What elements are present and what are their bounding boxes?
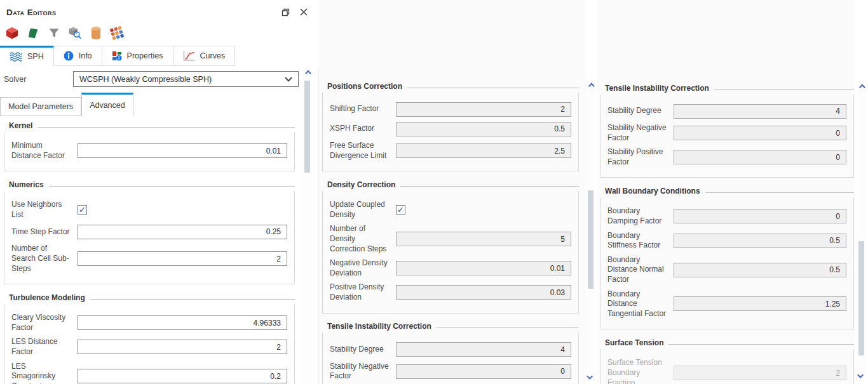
left-scrollbar[interactable] <box>302 67 312 384</box>
field-value: 2 <box>836 369 840 378</box>
section-tensile-instability-correction: Tensile Instability Correction Stability… <box>322 322 579 384</box>
right-scrollbar[interactable] <box>857 81 866 380</box>
stability-degree-input[interactable]: 4 <box>396 342 571 357</box>
field-label: Minimum Distance Factor <box>11 141 78 161</box>
section-rule <box>407 88 579 88</box>
field-label: Stability Negative Factor <box>330 362 396 381</box>
section-rule <box>668 344 854 345</box>
filter-icon[interactable] <box>46 25 62 41</box>
cleary-viscosity-factor-input[interactable]: 4.96333 <box>78 315 287 330</box>
restore-window-icon[interactable] <box>280 7 290 17</box>
stability-negative-factor-input[interactable]: 0 <box>396 364 571 379</box>
search-cell-substeps-input[interactable]: 2 <box>78 251 287 266</box>
section-tensile-instability-correction: Tensile Instability Correction Stability… <box>600 83 854 178</box>
field-row: Update Coupled Density ✓ <box>330 200 571 220</box>
section-rule <box>705 192 854 193</box>
section-title: Numerics <box>9 180 44 189</box>
titlebar: Data Editors <box>6 4 309 20</box>
curve-chart-icon <box>183 51 195 61</box>
scroll-thumb[interactable] <box>858 241 864 355</box>
field-row: Boundary Damping Factor 0 <box>607 206 846 226</box>
field-value: 5 <box>560 235 565 244</box>
subtab-model-parameters[interactable]: Model Parameters <box>0 97 81 116</box>
info-icon <box>64 51 74 61</box>
shifting-factor-input[interactable]: 2 <box>396 102 571 117</box>
field-label: Update Coupled Density <box>330 200 396 220</box>
solver-dropdown-value: WCSPH (Weakly Compressible SPH) <box>79 75 212 84</box>
boundary-stiffness-factor-input[interactable]: 0.5 <box>674 234 846 248</box>
tab-properties[interactable]: Properties <box>102 46 173 66</box>
field-value: 1.25 <box>825 300 840 308</box>
density-correction-steps-input[interactable]: 5 <box>396 232 571 246</box>
boundary-distance-normal-factor-input[interactable]: 0.5 <box>674 263 846 277</box>
section-title: Surface Tension <box>605 338 663 347</box>
field-value: 0.5 <box>554 124 565 133</box>
free-surface-divergence-limit-input[interactable]: 2.5 <box>396 143 571 158</box>
field-label: Boundary Damping Factor <box>607 206 674 226</box>
table-grid-icon[interactable] <box>109 25 125 41</box>
scroll-thumb[interactable] <box>588 190 593 289</box>
stability-positive-factor-input[interactable]: 0 <box>674 150 846 164</box>
properties-grid-icon <box>112 51 122 61</box>
field-label: XSPH Factor <box>330 124 396 134</box>
field-label: Number of Search Cell Sub-Steps <box>11 244 78 274</box>
field-label: LES Smagorinsky Constant <box>11 362 78 384</box>
negative-density-deviation-input[interactable]: 0.01 <box>396 261 571 275</box>
scroll-down-icon[interactable] <box>586 371 595 380</box>
field-row: Boundary Distance Tangential Factor 1.25 <box>607 289 846 319</box>
field-row: Boundary Stiffness Factor 0.5 <box>607 231 846 251</box>
subtab-label: Advanced <box>90 101 125 110</box>
update-coupled-density-checkbox[interactable]: ✓ <box>396 205 405 215</box>
scroll-up-icon[interactable] <box>857 83 866 91</box>
check-icon: ✓ <box>397 206 404 214</box>
section-numerics: Numerics Use Neighbors List ✓ Time Step … <box>4 180 295 284</box>
section-rule <box>400 186 579 187</box>
field-label: Cleary Viscosity Factor <box>11 313 78 333</box>
les-smagorinsky-constant-input[interactable]: 0.2 <box>78 369 287 383</box>
tab-label: Info <box>79 51 92 60</box>
field-value: 0.03 <box>550 288 565 297</box>
field-row: Free Surface Divergence Limit 2.5 <box>330 141 571 161</box>
section-kernel: Kernel Minimum Distance Factor 0.01 <box>4 121 295 171</box>
boundary-distance-tangential-factor-input[interactable]: 1.25 <box>674 296 846 311</box>
xsph-factor-input[interactable]: 0.5 <box>396 122 571 136</box>
field-row: Positive Density Deviation 0.03 <box>330 282 571 302</box>
scroll-up-icon[interactable] <box>302 69 312 77</box>
scroll-thumb[interactable] <box>304 81 310 173</box>
tab-curves[interactable]: Curves <box>173 46 236 66</box>
boundary-damping-factor-input[interactable]: 0 <box>674 209 846 223</box>
section-rule <box>437 328 579 328</box>
positive-density-deviation-input[interactable]: 0.03 <box>396 285 571 300</box>
section-positions-correction: Positions Correction Shifting Factor 2 X… <box>322 81 579 171</box>
field-value: 0 <box>836 212 840 221</box>
field-label: Number of Density Correction Steps <box>330 224 396 254</box>
field-row: Stability Degree 4 <box>330 342 571 357</box>
section-title: Positions Correction <box>327 82 402 91</box>
time-step-factor-input[interactable]: 0.25 <box>78 225 287 239</box>
field-label: Stability Degree <box>607 106 674 116</box>
middle-scrollbar[interactable] <box>586 80 595 381</box>
stability-negative-factor-input[interactable]: 0 <box>674 126 846 140</box>
scroll-up-icon[interactable] <box>586 81 595 90</box>
left-panel: Data Editors <box>0 0 318 384</box>
scroll-down-icon[interactable] <box>857 369 866 378</box>
tab-sph[interactable]: SPH <box>0 46 54 66</box>
solver-row: Solver WCSPH (Weakly Compressible SPH) <box>4 71 299 87</box>
close-icon[interactable] <box>299 7 309 17</box>
window-controls <box>280 7 309 17</box>
field-value: 0 <box>836 129 840 138</box>
solid-cube-icon[interactable] <box>4 25 20 41</box>
cylinder-icon[interactable] <box>88 25 104 41</box>
stability-degree-input[interactable]: 4 <box>674 104 846 119</box>
field-value: 4 <box>836 107 840 116</box>
tab-info[interactable]: Info <box>54 46 102 66</box>
minimum-distance-factor-input[interactable]: 0.01 <box>78 143 287 158</box>
search-entities-icon[interactable] <box>67 25 83 41</box>
subtab-advanced[interactable]: Advanced <box>81 93 133 116</box>
solver-dropdown[interactable]: WCSPH (Weakly Compressible SPH) <box>73 71 299 87</box>
use-neighbors-list-checkbox[interactable]: ✓ <box>78 205 87 215</box>
surface-icon[interactable] <box>25 25 41 41</box>
subtab-label: Model Parameters <box>8 102 73 111</box>
les-distance-factor-input[interactable]: 2 <box>78 340 287 354</box>
section-rule <box>37 127 295 128</box>
